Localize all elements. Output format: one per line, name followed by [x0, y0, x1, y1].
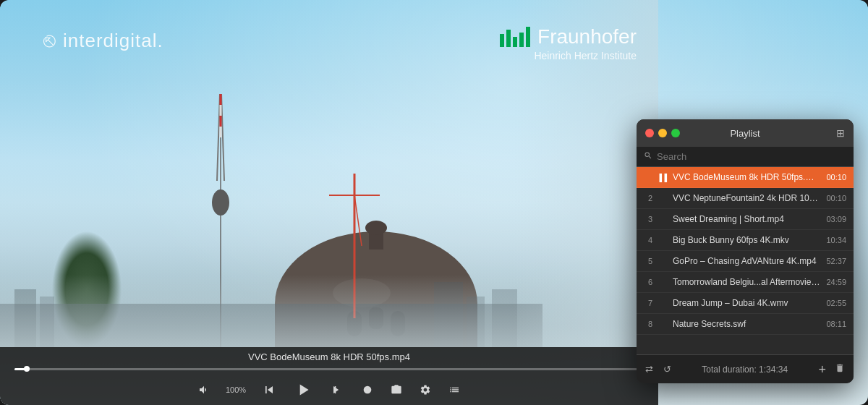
item-title: Sweet Dreaming | Short.mp4: [673, 214, 820, 224]
item-duration: 08:11: [826, 320, 846, 328]
window-minimize-button[interactable]: [658, 129, 667, 137]
playlist-item[interactable]: 8Nature Secrets.swf08:11: [637, 314, 854, 335]
item-duration: 10:34: [826, 236, 846, 244]
search-icon: [644, 151, 652, 162]
progress-bar[interactable]: [14, 368, 644, 370]
fraunhofer-subtitle: Heinrich Hertz Institute: [500, 50, 637, 61]
playlist-item[interactable]: 2VVC NeptuneFountain2 4k HDR 100fps.mp40…: [637, 188, 854, 209]
playlist-toggle-button[interactable]: [447, 383, 461, 397]
progress-fill: [14, 368, 27, 370]
playlist-titlebar: Playlist ⊞: [637, 119, 854, 147]
controls-bar: VVC BodeMuseum 8k HDR 50fps.mp4 100%: [0, 347, 658, 405]
svg-point-1: [212, 189, 229, 216]
item-duration: 52:37: [826, 257, 846, 265]
search-bar: [637, 147, 854, 167]
item-number: 3: [644, 215, 657, 223]
snapshot-button[interactable]: [389, 383, 404, 397]
playlist-item[interactable]: 7Dream Jump – Dubai 4K.wmv02:55: [637, 293, 854, 314]
svg-point-25: [364, 386, 372, 394]
window-close-button[interactable]: [645, 129, 654, 137]
skip-back-button[interactable]: [260, 381, 278, 398]
svg-line-3: [221, 94, 224, 181]
item-duration: 24:59: [826, 278, 846, 286]
now-playing-title: VVC BodeMuseum 8k HDR 50fps.mp4: [14, 351, 644, 362]
playlist-item[interactable]: 4Big Buck Bunny 60fps 4K.mkv10:34: [637, 230, 854, 251]
interdigital-icon: ⎋: [43, 29, 56, 52]
volume-icon: [198, 384, 210, 396]
total-duration: Total duration: 1:34:34: [671, 364, 818, 375]
playlist-items: ▐▐VVC BodeMuseum 8k HDR 50fps.mp400:102V…: [637, 167, 854, 354]
svg-line-2: [217, 94, 220, 181]
item-title: GoPro – Chasing AdVANture 4K.mp4: [673, 256, 820, 266]
item-number: 8: [644, 320, 657, 328]
item-title: Dream Jump – Dubai 4K.wmv: [673, 298, 820, 308]
item-duration: 00:10: [826, 173, 846, 182]
playlist-icon: [448, 384, 460, 396]
item-number: 7: [644, 299, 657, 307]
item-title: Big Buck Bunny 60fps 4K.mkv: [673, 235, 820, 245]
item-duration: 00:10: [826, 194, 846, 202]
interdigital-text: interdigital.: [63, 30, 163, 52]
item-title: Tomorrowland Belgiu...al Aftermovie 4K.m…: [673, 277, 820, 287]
record-icon: [362, 384, 373, 396]
bar-4: [519, 33, 524, 47]
bar-3: [513, 37, 517, 47]
record-button[interactable]: [360, 383, 375, 397]
item-title: VVC NeptuneFountain2 4k HDR 100fps.mp4: [673, 193, 820, 203]
fraunhofer-bars: [500, 27, 530, 47]
snapshot-icon: [391, 384, 402, 396]
skip-forward-icon: [330, 383, 344, 397]
controls-buttons: 100%: [14, 379, 644, 401]
svg-rect-4: [220, 94, 222, 105]
svg-rect-7: [220, 127, 222, 137]
playlist-footer: ⇄ ↺ Total duration: 1:34:34 +: [637, 354, 854, 383]
shuffle-button[interactable]: ⇄: [645, 364, 653, 375]
svg-rect-6: [220, 116, 222, 127]
delete-button[interactable]: [835, 363, 845, 375]
skip-back-icon: [262, 383, 276, 397]
play-pause-button[interactable]: [292, 379, 314, 401]
item-play-icon: ▐▐: [657, 174, 667, 182]
item-number: 5: [644, 257, 657, 265]
skip-forward-button[interactable]: [328, 381, 346, 398]
window-maximize-button[interactable]: [671, 129, 680, 137]
item-number: 4: [644, 236, 657, 244]
svg-rect-5: [220, 105, 222, 116]
item-duration: 02:55: [826, 299, 846, 307]
play-icon: [294, 380, 312, 399]
playlist-title: Playlist: [730, 128, 760, 139]
playlist-item[interactable]: 5GoPro – Chasing AdVANture 4K.mp452:37: [637, 251, 854, 272]
playlist-item[interactable]: ▐▐VVC BodeMuseum 8k HDR 50fps.mp400:10: [637, 167, 854, 188]
add-button[interactable]: +: [818, 363, 826, 376]
item-duration: 03:09: [826, 215, 846, 223]
interdigital-logo: ⎋ interdigital.: [43, 29, 163, 52]
search-input[interactable]: [657, 151, 846, 162]
fraunhofer-title: Fraunhofer: [537, 25, 637, 48]
item-number: 6: [644, 278, 657, 286]
playlist-view-icon[interactable]: ⊞: [836, 127, 845, 139]
player-container: ⎋ interdigital. Fraunhofer Heinrich Hert…: [0, 0, 868, 405]
window-controls: [645, 129, 680, 137]
footer-controls-right: +: [818, 363, 845, 376]
fraunhofer-logo: Fraunhofer Heinrich Hertz Institute: [500, 25, 637, 61]
playlist-item[interactable]: 3Sweet Dreaming | Short.mp403:09: [637, 209, 854, 230]
bar-1: [500, 34, 504, 47]
fraunhofer-main: Fraunhofer: [500, 25, 637, 48]
settings-button[interactable]: [418, 383, 433, 397]
footer-controls-left: ⇄ ↺: [645, 364, 671, 375]
item-title: VVC BodeMuseum 8k HDR 50fps.mp4: [673, 172, 820, 182]
volume-button[interactable]: [197, 383, 211, 397]
settings-icon: [420, 384, 431, 396]
bar-5: [526, 27, 530, 47]
playlist-item[interactable]: 6Tomorrowland Belgiu...al Aftermovie 4K.…: [637, 272, 854, 293]
playlist-panel: Playlist ⊞ ▐▐VVC BodeMuseum 8k HDR 50fps…: [637, 119, 854, 383]
repeat-button[interactable]: ↺: [663, 364, 671, 375]
trash-icon: [835, 363, 845, 373]
bar-2: [506, 30, 511, 47]
item-title: Nature Secrets.swf: [673, 319, 820, 329]
item-number: 2: [644, 194, 657, 202]
volume-level: 100%: [226, 385, 246, 394]
